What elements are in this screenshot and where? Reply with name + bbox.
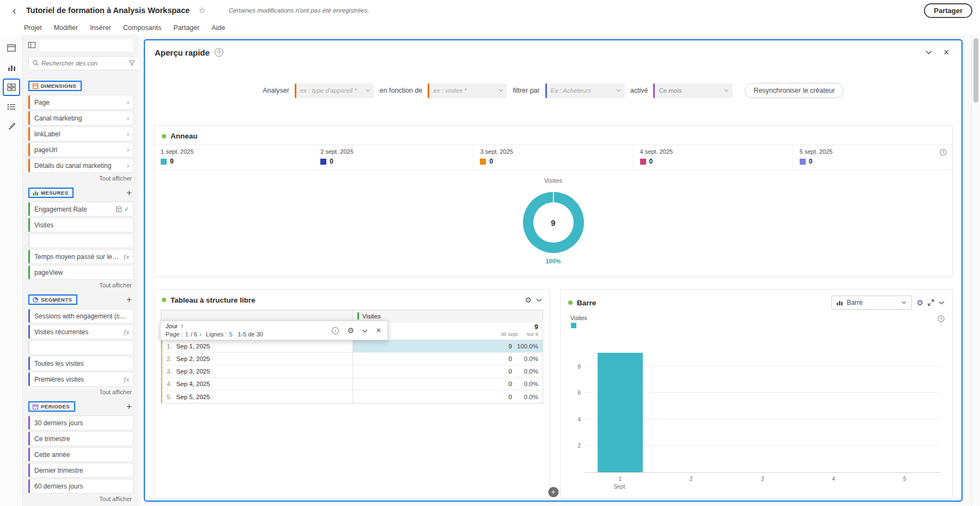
table-row[interactable]: 1.Sep 1, 2025 9100.0% — [161, 340, 543, 353]
row-dimension: Sep 1, 2025 — [176, 343, 210, 350]
bar[interactable] — [598, 353, 643, 472]
toc-icon[interactable] — [4, 99, 19, 115]
help-icon[interactable]: ? — [215, 48, 223, 57]
dimension-item-details-canal[interactable]: Détails du canal marketing › — [28, 159, 133, 172]
periode-item-60-derniers-jours[interactable]: 60 derniers jours — [28, 479, 133, 493]
donut-center-total: 9 — [523, 192, 584, 253]
menu-composants[interactable]: Composants — [123, 24, 161, 32]
expand-icon[interactable] — [928, 299, 934, 306]
add-visualization-button[interactable]: + — [548, 487, 558, 497]
vertical-scrollbar[interactable] — [971, 35, 980, 506]
metric-item-pageview[interactable]: pageView — [28, 266, 133, 279]
table-collapse-icon[interactable] — [536, 298, 542, 302]
bar-collapse-icon[interactable] — [939, 301, 945, 305]
add-metric-button[interactable]: + — [126, 188, 133, 197]
segments-show-all-link[interactable]: Tout afficher — [28, 389, 132, 395]
favorite-star-icon[interactable]: ☆ — [198, 5, 205, 15]
mesures-show-all-link[interactable]: Tout afficher — [28, 282, 132, 288]
time-range-clock-icon[interactable] — [940, 148, 947, 158]
panel-toggle-icon[interactable] — [28, 40, 35, 50]
periode-item-cette-annee[interactable]: Cette année — [28, 448, 133, 461]
chevron-right-icon[interactable]: › — [127, 99, 129, 106]
time-range-clock-icon[interactable] — [938, 315, 945, 324]
chevron-right-icon[interactable]: › — [127, 130, 129, 138]
viz-type-select[interactable]: Barre — [831, 296, 912, 310]
mesures-chip[interactable]: MESURES — [28, 188, 74, 198]
segment-item-premieres-visites[interactable]: Premières visites ƒx — [28, 372, 133, 386]
dimension-item-canal-marketing[interactable]: Canal marketing › — [28, 111, 133, 125]
periodes-chip[interactable]: PÉRIODES — [28, 401, 75, 412]
page-current[interactable]: 1 — [185, 331, 188, 338]
add-segment-button[interactable]: + — [126, 295, 133, 304]
resync-builder-button[interactable]: Resynchroniser le créateur — [745, 83, 843, 98]
table-row[interactable]: 4.Sep 4, 2025 00.0% — [161, 378, 543, 390]
chevron-down-icon[interactable] — [362, 327, 368, 334]
dimension-column-label[interactable]: Jour — [166, 323, 178, 329]
components-icon[interactable] — [4, 80, 19, 95]
menu-inserer[interactable]: Insérer — [90, 24, 111, 32]
info-icon[interactable]: i — [332, 327, 339, 334]
rows-per-page[interactable]: 5 — [229, 331, 232, 338]
table-row[interactable]: 3.Sep 3, 2025 00.0% — [161, 365, 543, 378]
periode-item-dernier-trimestre[interactable]: Dernier trimestre — [28, 463, 133, 477]
legend-item[interactable]: 4 sept. 2025 0 — [633, 145, 793, 170]
sort-ascending-icon[interactable]: ↑ — [180, 323, 184, 329]
segments-chip[interactable]: SEGMENTS — [28, 294, 77, 305]
item-label: 60 derniers jours — [34, 483, 129, 490]
panels-icon[interactable] — [4, 40, 19, 56]
dimensions-show-all-link[interactable]: Tout afficher — [28, 175, 132, 182]
add-periode-button[interactable]: + — [126, 402, 133, 411]
filtrer-select[interactable]: Ex : Acheteurs — [545, 83, 625, 98]
search-box[interactable] — [28, 56, 138, 70]
visualizations-icon[interactable] — [4, 60, 19, 75]
dimension-header-cell[interactable] — [161, 310, 353, 322]
chevron-right-icon[interactable]: › — [127, 162, 129, 170]
menu-aide[interactable]: Aide — [211, 24, 225, 32]
segment-item-toutes-les-visites[interactable]: Toutes les visites — [28, 357, 133, 370]
column-gear-icon[interactable]: ⚙ — [347, 326, 354, 335]
periodes-show-all-link[interactable]: Tout afficher — [28, 496, 132, 502]
segment-item-sessions-engagement[interactable]: Sessions with engagement (cu… — [28, 309, 133, 323]
next-page-icon[interactable]: › — [199, 331, 202, 338]
bar-settings-gear-icon[interactable]: ⚙ — [916, 298, 923, 307]
dimension-item-page[interactable]: Page › — [28, 95, 133, 109]
collapse-panel-icon[interactable] — [926, 50, 932, 55]
dimension-item-linklabel[interactable]: linkLabel › — [28, 127, 133, 141]
back-button[interactable]: ‹ — [8, 4, 21, 17]
en-fonction-select[interactable]: ex : visites * — [428, 83, 507, 98]
search-input[interactable] — [41, 60, 126, 67]
legend-item[interactable]: 3 sept. 2025 0 — [473, 145, 632, 170]
close-popover-icon[interactable]: ✕ — [376, 327, 381, 334]
menu-partager[interactable]: Partager — [173, 24, 199, 32]
segment-item-visites-recurrentes[interactable]: Visites récurrentes ƒx — [28, 325, 133, 339]
filter-funnel-icon[interactable] — [129, 58, 135, 68]
dimension-item-pageurl[interactable]: pageUrl › — [28, 143, 133, 156]
close-panel-icon[interactable]: ✕ — [943, 48, 949, 57]
analyser-select[interactable]: ex : type d'appareil * — [295, 83, 374, 98]
table-row[interactable]: 5.Sep 5, 2025 00.0% — [161, 390, 543, 403]
periode-item-30-derniers-jours[interactable]: 30 derniers jours — [28, 416, 133, 430]
metric-item-temps-moyen[interactable]: Temps moyen passé sur le… ƒx — [28, 250, 133, 263]
table-settings-gear-icon[interactable]: ⚙ — [525, 296, 532, 304]
metric-header-cell[interactable]: Visites — [353, 310, 543, 322]
menu-modifier[interactable]: Modifier — [54, 24, 78, 32]
menu-projet[interactable]: Projet — [24, 24, 42, 32]
table-row[interactable]: 2.Sep 2, 2025 00.0% — [161, 353, 543, 365]
legend-item[interactable]: 1 sept. 2025 9 — [154, 145, 313, 170]
chevron-right-icon[interactable]: › — [127, 146, 129, 154]
scrollbar-thumb[interactable] — [973, 38, 978, 103]
share-button[interactable]: Partager — [924, 3, 972, 18]
segment-item-empty[interactable] — [28, 341, 133, 354]
periode-item-ce-trimestre[interactable]: Ce trimestre — [28, 432, 133, 445]
metric-item-visites[interactable]: Visites — [28, 218, 133, 232]
legend-item[interactable]: 2 sept. 2025 0 — [313, 145, 473, 170]
metric-item-empty[interactable] — [28, 234, 133, 248]
periode-select[interactable]: Ce mois — [653, 83, 733, 98]
donut-ring[interactable]: 9 — [523, 192, 584, 253]
legend-item[interactable]: 5 sept. 2025 0 — [793, 145, 952, 170]
metric-item-engagement-rate[interactable]: Engagement Rate ✓ — [28, 202, 133, 216]
dimensions-chip[interactable]: DIMENSIONS — [28, 81, 82, 91]
chevron-right-icon[interactable]: › — [127, 115, 129, 122]
style-brush-icon[interactable] — [4, 119, 19, 134]
component-type-dropdown[interactable] — [39, 39, 133, 51]
